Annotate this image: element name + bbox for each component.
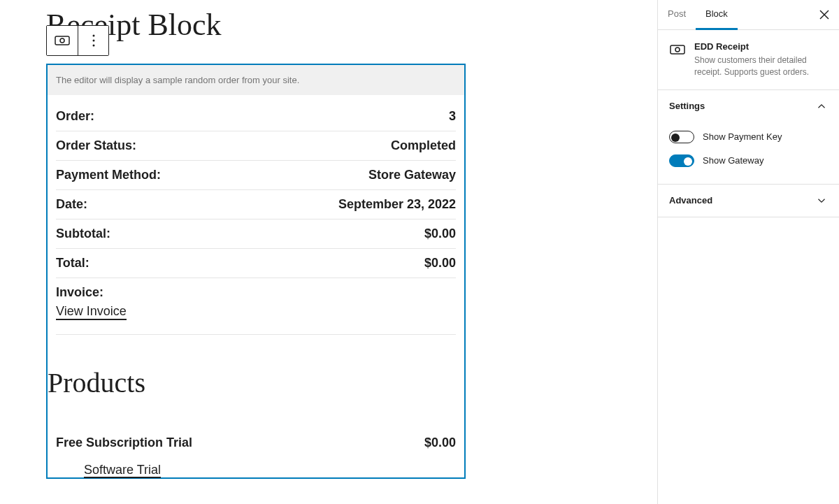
block-options-button[interactable] bbox=[78, 26, 108, 55]
receipt-row-value: 3 bbox=[449, 109, 456, 124]
svg-point-2 bbox=[92, 35, 94, 37]
receipt-invoice-row: Invoice: View Invoice bbox=[56, 278, 456, 335]
block-card: EDD Receipt Show customers their detaile… bbox=[658, 30, 839, 90]
receipt-block[interactable]: The editor will display a sample random … bbox=[46, 64, 466, 479]
receipt-row-label: Total: bbox=[56, 256, 89, 271]
panel-advanced: Advanced bbox=[658, 185, 839, 217]
block-toolbar bbox=[46, 25, 109, 56]
svg-point-4 bbox=[92, 45, 94, 47]
block-card-description: Show customers their detailed receipt. S… bbox=[694, 55, 828, 78]
close-sidebar-button[interactable] bbox=[810, 0, 839, 30]
view-invoice-link[interactable]: View Invoice bbox=[56, 304, 127, 320]
receipt-row: Subtotal: $0.00 bbox=[56, 219, 456, 249]
receipt-row-label: Subtotal: bbox=[56, 226, 110, 241]
product-items: Software Trial bbox=[84, 463, 456, 477]
chevron-down-icon bbox=[815, 194, 828, 207]
receipt-row: Order Status: Completed bbox=[56, 131, 456, 161]
receipt-row-label: Order: bbox=[56, 109, 94, 124]
panel-settings: Settings Show Payment Key Show Gateway bbox=[658, 90, 839, 185]
product-row: Free Subscription Trial $0.00 bbox=[56, 427, 456, 459]
products-heading: Products bbox=[48, 366, 456, 399]
receipt-row-value: Store Gateway bbox=[368, 168, 456, 182]
toggle-show-payment-key[interactable] bbox=[669, 131, 694, 143]
svg-point-8 bbox=[675, 48, 680, 52]
tab-post[interactable]: Post bbox=[658, 0, 696, 30]
panel-title: Settings bbox=[669, 101, 705, 111]
toggle-show-payment-key-row: Show Payment Key bbox=[669, 125, 828, 149]
receipt-row-value: $0.00 bbox=[424, 256, 456, 271]
block-icon-button[interactable] bbox=[47, 26, 78, 55]
tab-block[interactable]: Block bbox=[696, 0, 738, 30]
page-title[interactable]: Receipt Block bbox=[46, 7, 657, 44]
close-icon bbox=[819, 10, 829, 20]
receipt-row-label: Date: bbox=[56, 197, 87, 212]
receipt-row: Order: 3 bbox=[56, 102, 456, 131]
receipt-row-value: $0.00 bbox=[424, 226, 456, 241]
receipt-row-label: Order Status: bbox=[56, 138, 136, 153]
chevron-up-icon bbox=[815, 100, 828, 113]
block-card-name: EDD Receipt bbox=[694, 41, 828, 52]
product-item[interactable]: Software Trial bbox=[84, 463, 161, 478]
receipt-row: Total: $0.00 bbox=[56, 249, 456, 278]
toggle-label: Show Gateway bbox=[703, 155, 763, 166]
more-vertical-icon bbox=[85, 32, 102, 49]
panel-advanced-toggle[interactable]: Advanced bbox=[658, 185, 839, 217]
panel-settings-toggle[interactable]: Settings bbox=[658, 90, 839, 122]
receipt-row: Payment Method: Store Gateway bbox=[56, 161, 456, 190]
receipt-row-label: Payment Method: bbox=[56, 168, 161, 182]
receipt-icon bbox=[669, 41, 686, 58]
settings-sidebar: Post Block EDD Receipt Show customers th… bbox=[657, 0, 839, 504]
toggle-label: Show Payment Key bbox=[703, 131, 782, 142]
receipt-row: Date: September 23, 2022 bbox=[56, 190, 456, 219]
panel-title: Advanced bbox=[669, 195, 712, 206]
toggle-show-gateway-row: Show Gateway bbox=[669, 149, 828, 173]
receipt-row-value: Completed bbox=[391, 138, 456, 153]
receipt-row-value: September 23, 2022 bbox=[338, 197, 456, 212]
toggle-show-gateway[interactable] bbox=[669, 154, 694, 167]
product-price: $0.00 bbox=[424, 435, 456, 450]
editor-notice: The editor will display a sample random … bbox=[48, 65, 464, 95]
svg-point-1 bbox=[60, 38, 64, 43]
svg-rect-0 bbox=[55, 36, 69, 45]
product-name: Free Subscription Trial bbox=[56, 435, 192, 450]
receipt-icon bbox=[54, 32, 71, 49]
svg-rect-7 bbox=[671, 45, 684, 54]
sidebar-tabs: Post Block bbox=[658, 0, 839, 30]
svg-point-3 bbox=[92, 40, 94, 42]
invoice-label: Invoice: bbox=[56, 285, 103, 300]
